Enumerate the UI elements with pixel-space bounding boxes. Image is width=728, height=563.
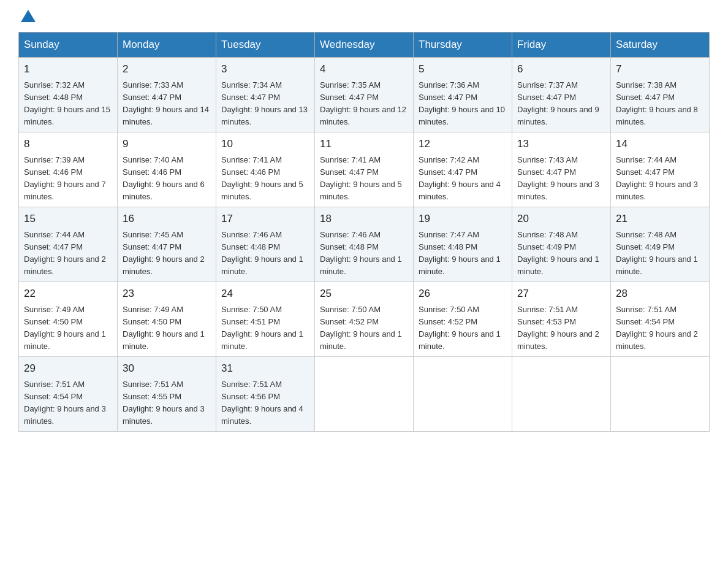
day-number: 15 xyxy=(24,211,112,227)
calendar-cell: 23 Sunrise: 7:49 AMSunset: 4:50 PMDaylig… xyxy=(118,282,216,357)
calendar-cell: 5 Sunrise: 7:36 AMSunset: 4:47 PMDayligh… xyxy=(414,58,512,132)
day-info: Sunrise: 7:47 AMSunset: 4:48 PMDaylight:… xyxy=(419,230,501,276)
calendar-cell xyxy=(611,357,710,432)
calendar-cell: 4 Sunrise: 7:35 AMSunset: 4:47 PMDayligh… xyxy=(315,58,414,132)
day-number: 28 xyxy=(616,286,704,302)
day-number: 12 xyxy=(419,136,507,152)
calendar-header-saturday: Saturday xyxy=(611,33,710,58)
day-info: Sunrise: 7:38 AMSunset: 4:47 PMDaylight:… xyxy=(616,80,698,126)
calendar-cell xyxy=(512,357,611,432)
calendar-cell: 31 Sunrise: 7:51 AMSunset: 4:56 PMDaylig… xyxy=(216,357,315,432)
calendar-cell: 24 Sunrise: 7:50 AMSunset: 4:51 PMDaylig… xyxy=(216,282,315,357)
day-number: 27 xyxy=(517,286,605,302)
calendar-cell: 7 Sunrise: 7:38 AMSunset: 4:47 PMDayligh… xyxy=(611,58,710,132)
day-info: Sunrise: 7:35 AMSunset: 4:47 PMDaylight:… xyxy=(320,80,406,126)
calendar-cell xyxy=(414,357,512,432)
calendar-cell: 27 Sunrise: 7:51 AMSunset: 4:53 PMDaylig… xyxy=(512,282,611,357)
day-number: 31 xyxy=(221,361,309,377)
day-number: 30 xyxy=(123,361,211,377)
calendar-cell: 3 Sunrise: 7:34 AMSunset: 4:47 PMDayligh… xyxy=(216,58,315,132)
calendar-cell: 18 Sunrise: 7:46 AMSunset: 4:48 PMDaylig… xyxy=(315,207,414,282)
day-number: 6 xyxy=(517,61,605,77)
day-number: 9 xyxy=(123,136,211,152)
calendar-week-row: 22 Sunrise: 7:49 AMSunset: 4:50 PMDaylig… xyxy=(19,282,710,357)
calendar-cell: 29 Sunrise: 7:51 AMSunset: 4:54 PMDaylig… xyxy=(19,357,118,432)
day-number: 13 xyxy=(517,136,605,152)
day-info: Sunrise: 7:48 AMSunset: 4:49 PMDaylight:… xyxy=(517,230,599,276)
day-info: Sunrise: 7:45 AMSunset: 4:47 PMDaylight:… xyxy=(123,230,205,276)
calendar-cell: 8 Sunrise: 7:39 AMSunset: 4:46 PMDayligh… xyxy=(19,132,118,207)
day-info: Sunrise: 7:49 AMSunset: 4:50 PMDaylight:… xyxy=(24,305,106,351)
calendar-header-sunday: Sunday xyxy=(19,33,118,58)
logo xyxy=(18,12,36,20)
day-number: 14 xyxy=(616,136,704,152)
day-info: Sunrise: 7:37 AMSunset: 4:47 PMDaylight:… xyxy=(517,80,599,126)
day-number: 2 xyxy=(123,61,211,77)
day-number: 8 xyxy=(24,136,112,152)
calendar-cell: 21 Sunrise: 7:48 AMSunset: 4:49 PMDaylig… xyxy=(611,207,710,282)
calendar-cell: 26 Sunrise: 7:50 AMSunset: 4:52 PMDaylig… xyxy=(414,282,512,357)
day-number: 21 xyxy=(616,211,704,227)
calendar-table: SundayMondayTuesdayWednesdayThursdayFrid… xyxy=(18,32,710,432)
calendar-cell: 2 Sunrise: 7:33 AMSunset: 4:47 PMDayligh… xyxy=(118,58,216,132)
day-info: Sunrise: 7:50 AMSunset: 4:52 PMDaylight:… xyxy=(320,305,402,351)
day-info: Sunrise: 7:42 AMSunset: 4:47 PMDaylight:… xyxy=(419,155,501,201)
day-info: Sunrise: 7:50 AMSunset: 4:52 PMDaylight:… xyxy=(419,305,501,351)
day-info: Sunrise: 7:46 AMSunset: 4:48 PMDaylight:… xyxy=(320,230,402,276)
day-info: Sunrise: 7:48 AMSunset: 4:49 PMDaylight:… xyxy=(616,230,698,276)
logo-triangle-icon xyxy=(21,10,36,22)
calendar-week-row: 15 Sunrise: 7:44 AMSunset: 4:47 PMDaylig… xyxy=(19,207,710,282)
day-number: 24 xyxy=(221,286,309,302)
day-info: Sunrise: 7:33 AMSunset: 4:47 PMDaylight:… xyxy=(123,80,209,126)
calendar-header-wednesday: Wednesday xyxy=(315,33,414,58)
day-number: 29 xyxy=(24,361,112,377)
day-info: Sunrise: 7:32 AMSunset: 4:48 PMDaylight:… xyxy=(24,80,110,126)
day-number: 20 xyxy=(517,211,605,227)
calendar-cell: 11 Sunrise: 7:41 AMSunset: 4:47 PMDaylig… xyxy=(315,132,414,207)
day-info: Sunrise: 7:51 AMSunset: 4:56 PMDaylight:… xyxy=(221,380,303,426)
day-info: Sunrise: 7:51 AMSunset: 4:53 PMDaylight:… xyxy=(517,305,599,351)
day-number: 7 xyxy=(616,61,704,77)
day-number: 4 xyxy=(320,61,408,77)
day-number: 11 xyxy=(320,136,408,152)
calendar-week-row: 1 Sunrise: 7:32 AMSunset: 4:48 PMDayligh… xyxy=(19,58,710,132)
calendar-cell: 28 Sunrise: 7:51 AMSunset: 4:54 PMDaylig… xyxy=(611,282,710,357)
day-number: 26 xyxy=(419,286,507,302)
day-info: Sunrise: 7:41 AMSunset: 4:47 PMDaylight:… xyxy=(320,155,402,201)
day-number: 25 xyxy=(320,286,408,302)
day-number: 22 xyxy=(24,286,112,302)
day-info: Sunrise: 7:41 AMSunset: 4:46 PMDaylight:… xyxy=(221,155,303,201)
day-number: 3 xyxy=(221,61,309,77)
day-number: 5 xyxy=(419,61,507,77)
calendar-header-friday: Friday xyxy=(512,33,611,58)
calendar-cell: 19 Sunrise: 7:47 AMSunset: 4:48 PMDaylig… xyxy=(414,207,512,282)
day-info: Sunrise: 7:34 AMSunset: 4:47 PMDaylight:… xyxy=(221,80,308,126)
day-number: 23 xyxy=(123,286,211,302)
calendar-week-row: 29 Sunrise: 7:51 AMSunset: 4:54 PMDaylig… xyxy=(19,357,710,432)
calendar-cell: 16 Sunrise: 7:45 AMSunset: 4:47 PMDaylig… xyxy=(118,207,216,282)
calendar-header-monday: Monday xyxy=(118,33,216,58)
calendar-cell: 13 Sunrise: 7:43 AMSunset: 4:47 PMDaylig… xyxy=(512,132,611,207)
day-info: Sunrise: 7:51 AMSunset: 4:55 PMDaylight:… xyxy=(123,380,205,426)
day-info: Sunrise: 7:46 AMSunset: 4:48 PMDaylight:… xyxy=(221,230,303,276)
calendar-cell: 25 Sunrise: 7:50 AMSunset: 4:52 PMDaylig… xyxy=(315,282,414,357)
calendar-cell: 15 Sunrise: 7:44 AMSunset: 4:47 PMDaylig… xyxy=(19,207,118,282)
day-number: 1 xyxy=(24,61,112,77)
day-info: Sunrise: 7:39 AMSunset: 4:46 PMDaylight:… xyxy=(24,155,106,201)
calendar-cell: 12 Sunrise: 7:42 AMSunset: 4:47 PMDaylig… xyxy=(414,132,512,207)
calendar-cell: 22 Sunrise: 7:49 AMSunset: 4:50 PMDaylig… xyxy=(19,282,118,357)
day-info: Sunrise: 7:40 AMSunset: 4:46 PMDaylight:… xyxy=(123,155,205,201)
day-info: Sunrise: 7:44 AMSunset: 4:47 PMDaylight:… xyxy=(616,155,698,201)
calendar-header-row: SundayMondayTuesdayWednesdayThursdayFrid… xyxy=(19,33,710,58)
calendar-week-row: 8 Sunrise: 7:39 AMSunset: 4:46 PMDayligh… xyxy=(19,132,710,207)
calendar-cell: 17 Sunrise: 7:46 AMSunset: 4:48 PMDaylig… xyxy=(216,207,315,282)
day-info: Sunrise: 7:44 AMSunset: 4:47 PMDaylight:… xyxy=(24,230,106,276)
page-header xyxy=(18,12,710,20)
day-info: Sunrise: 7:36 AMSunset: 4:47 PMDaylight:… xyxy=(419,80,505,126)
calendar-header-tuesday: Tuesday xyxy=(216,33,315,58)
calendar-cell: 6 Sunrise: 7:37 AMSunset: 4:47 PMDayligh… xyxy=(512,58,611,132)
calendar-cell: 1 Sunrise: 7:32 AMSunset: 4:48 PMDayligh… xyxy=(19,58,118,132)
day-number: 10 xyxy=(221,136,309,152)
day-info: Sunrise: 7:43 AMSunset: 4:47 PMDaylight:… xyxy=(517,155,599,201)
calendar-cell xyxy=(315,357,414,432)
